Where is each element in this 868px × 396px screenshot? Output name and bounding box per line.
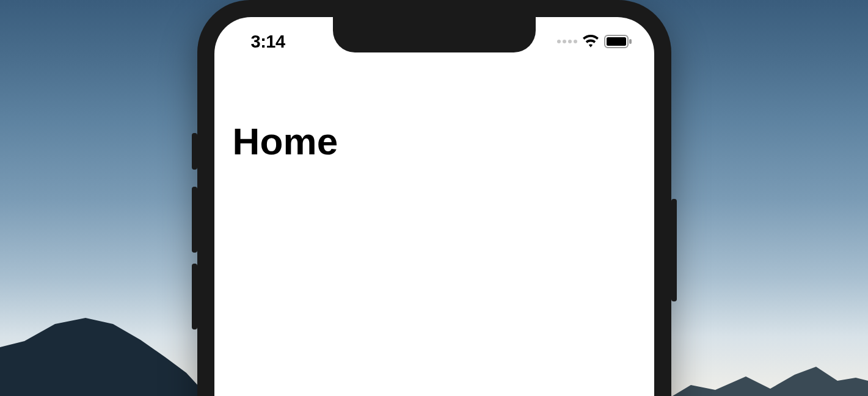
- mute-switch: [192, 133, 197, 170]
- battery-icon: [604, 35, 632, 48]
- status-bar: 3:14: [214, 17, 654, 66]
- cellular-signal-icon: [557, 40, 577, 43]
- phone-mockup-frame: 3:14: [197, 0, 671, 396]
- svg-rect-2: [629, 39, 632, 44]
- wifi-icon: [582, 35, 599, 48]
- mountain-left-silhouette: [0, 317, 208, 396]
- power-button: [671, 199, 677, 301]
- status-time: 3:14: [251, 32, 285, 52]
- svg-rect-1: [607, 37, 626, 46]
- status-indicators: [557, 35, 632, 48]
- mountain-right-silhouette: [673, 347, 868, 396]
- page-content: Home: [233, 120, 636, 163]
- volume-up-button: [192, 187, 197, 253]
- volume-down-button: [192, 264, 197, 329]
- page-title: Home: [233, 120, 636, 163]
- phone-screen: 3:14: [214, 17, 654, 396]
